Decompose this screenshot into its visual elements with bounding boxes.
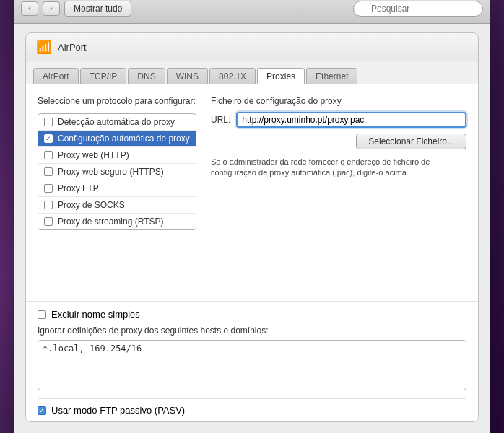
content-area: 📶 AirPort AirPort TCP/IP DNS WINS 802.1X… xyxy=(14,24,490,433)
protocol-list: Detecção automática do proxy ✓ Configura… xyxy=(38,113,196,230)
ignore-textarea[interactable]: *.local, 169.254/16 xyxy=(38,340,466,390)
airport-label: AirPort xyxy=(58,42,87,53)
show-all-button[interactable]: Mostrar tudo xyxy=(64,1,131,17)
checkbox-exclude[interactable] xyxy=(38,310,46,319)
protocol-http-label: Proxy web (HTTP) xyxy=(58,150,129,160)
tab-airport[interactable]: AirPort xyxy=(33,68,79,84)
url-input[interactable] xyxy=(236,112,466,128)
tab-tcpip[interactable]: TCP/IP xyxy=(80,68,127,84)
protocol-auto-config[interactable]: ✓ Configuração automática de proxy xyxy=(38,131,196,147)
protocol-socks-label: Proxy de SOCKS xyxy=(58,200,125,210)
search-container: ○ xyxy=(353,1,483,17)
checkbox-auto-config[interactable]: ✓ xyxy=(44,134,53,143)
exclude-label: Excluir nome simples xyxy=(51,309,140,320)
protocol-ftp-label: Proxy FTP xyxy=(58,183,99,193)
tab-dns[interactable]: DNS xyxy=(128,68,165,84)
checkbox-ftp[interactable] xyxy=(44,184,53,193)
exclude-row: Excluir nome simples xyxy=(38,309,466,320)
ignore-title: Ignorar definições de proxy dos seguinte… xyxy=(38,325,466,336)
protocol-ftp[interactable]: Proxy FTP xyxy=(38,180,196,197)
protocol-auto-detect[interactable]: Detecção automática do proxy xyxy=(38,114,196,131)
checkbox-ftp-passive[interactable]: ✓ xyxy=(38,406,46,415)
protocol-https-label: Proxy web seguro (HTTPS) xyxy=(58,167,164,177)
airport-header: 📶 AirPort xyxy=(26,33,478,61)
tab-8021x[interactable]: 802.1X xyxy=(209,68,256,84)
ftp-row: ✓ Usar modo FTP passivo (PASV) xyxy=(38,398,466,421)
tab-proxies[interactable]: Proxies xyxy=(257,68,305,84)
checkbox-http[interactable] xyxy=(44,151,53,159)
preferences-window: Rede ‹ › Mostrar tudo ○ 📶 AirPort AirPor… xyxy=(14,0,490,433)
url-label: URL: xyxy=(211,115,230,125)
select-file-button[interactable]: Seleccionar Ficheiro... xyxy=(356,134,466,149)
protocol-https[interactable]: Proxy web seguro (HTTPS) xyxy=(38,164,196,180)
checkbox-socks[interactable] xyxy=(44,201,53,209)
checkbox-https[interactable] xyxy=(44,167,53,176)
tab-ethernet[interactable]: Ethernet xyxy=(306,68,357,84)
bottom-section: Excluir nome simples Ignorar definições … xyxy=(26,301,478,421)
back-button[interactable]: ‹ xyxy=(21,1,38,16)
proxy-config-title: Ficheiro de configuração do proxy xyxy=(211,96,466,106)
protocol-rtsp[interactable]: Proxy de streaming (RTSP) xyxy=(38,214,196,229)
tabs-row: AirPort TCP/IP DNS WINS 802.1X Proxies E… xyxy=(26,61,478,84)
tabs-container: AirPort TCP/IP DNS WINS 802.1X Proxies E… xyxy=(33,67,357,84)
protocol-http[interactable]: Proxy web (HTTP) xyxy=(38,147,196,164)
info-text: Se o administrador da rede fornecer o en… xyxy=(211,157,466,179)
left-column: Seleccione um protocolo para configurar:… xyxy=(38,96,196,289)
protocol-socks[interactable]: Proxy de SOCKS xyxy=(38,197,196,214)
url-row: URL: xyxy=(211,112,466,128)
wifi-icon: 📶 xyxy=(36,39,52,55)
checkbox-rtsp[interactable] xyxy=(44,217,53,226)
protocol-rtsp-label: Proxy de streaming (RTSP) xyxy=(58,216,164,227)
right-column: Ficheiro de configuração do proxy URL: S… xyxy=(211,96,466,289)
protocol-select-title: Seleccione um protocolo para configurar: xyxy=(38,96,196,108)
tab-wins[interactable]: WINS xyxy=(167,68,208,84)
forward-button[interactable]: › xyxy=(43,1,60,16)
protocol-auto-detect-label: Detecção automática do proxy xyxy=(58,117,175,127)
toolbar: ‹ › Mostrar tudo ○ xyxy=(14,0,490,24)
protocol-auto-config-label: Configuração automática de proxy xyxy=(58,134,190,144)
ftp-passive-label: Usar modo FTP passivo (PASV) xyxy=(51,405,185,416)
airport-section: 📶 AirPort AirPort TCP/IP DNS WINS 802.1X… xyxy=(25,32,479,422)
main-panel: Seleccione um protocolo para configurar:… xyxy=(26,84,478,301)
checkbox-auto-detect[interactable] xyxy=(44,118,53,126)
search-input[interactable] xyxy=(353,1,483,17)
